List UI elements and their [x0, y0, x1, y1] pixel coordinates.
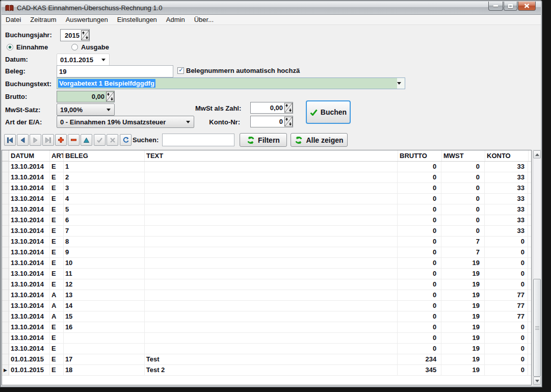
row-indicator: [2, 226, 9, 237]
buchen-button[interactable]: Buchen: [306, 100, 351, 124]
datum-dropdown[interactable]: 01.01.2015: [57, 54, 110, 66]
scroll-up-button[interactable]: [533, 150, 541, 159]
mwst-zahl-spin-buttons[interactable]: [284, 102, 293, 113]
chevron-down-icon: [186, 121, 190, 123]
einnahme-radio[interactable]: Einnahme: [7, 43, 48, 51]
art-ea-label: Art der E/A:: [5, 118, 42, 126]
cell-konto: 0: [485, 322, 528, 333]
table-row[interactable]: 13.10.2014E70033: [2, 226, 531, 237]
cell-art: E: [50, 237, 64, 247]
table-row[interactable]: 13.10.2014A1401977: [2, 301, 531, 311]
cell-konto: 0: [485, 333, 528, 344]
column-header-art[interactable]: ART: [50, 150, 64, 161]
table-row[interactable]: 13.10.2014E110190: [2, 269, 531, 279]
table-row[interactable]: 13.10.2014E10033: [2, 162, 531, 172]
ausgabe-radio[interactable]: Ausgabe: [71, 43, 109, 51]
buchungstext-dropdown[interactable]: Vorgabetext 1 Beispielfdggdfg: [57, 77, 405, 89]
scrollbar-thumb[interactable]: [533, 279, 541, 377]
cell-text: [145, 279, 398, 290]
nav-last-button[interactable]: [42, 134, 54, 146]
menu-item-admin[interactable]: Admin: [162, 15, 190, 24]
cell-mwst: 19: [441, 269, 485, 279]
cell-konto: 33: [485, 215, 528, 226]
cell-beleg: 3: [64, 183, 145, 194]
column-header-text[interactable]: TEXT: [145, 150, 398, 161]
alle-zeigen-button[interactable]: Alle zeigen: [291, 133, 348, 147]
menu-item-zeitraum[interactable]: Zeitraum: [25, 15, 61, 24]
vertical-scrollbar[interactable]: [533, 150, 541, 385]
brutto-spinner[interactable]: 0,00: [57, 91, 115, 102]
column-header-brutto[interactable]: BRUTTO: [398, 150, 442, 161]
row-indicator: [2, 215, 9, 226]
menu-item-datei[interactable]: Datei: [2, 15, 25, 24]
konto-nr-spinner[interactable]: 0: [250, 116, 293, 127]
konto-nr-spin-buttons[interactable]: [284, 116, 293, 127]
minimize-button[interactable]: [488, 2, 503, 11]
row-indicator: [2, 194, 9, 204]
title-bar[interactable]: CAD-KAS Einnahmen-Überschuss-Rechnung 1.…: [2, 2, 541, 15]
cell-text: [145, 322, 398, 333]
buchungsjahr-spinner[interactable]: 2015: [60, 29, 90, 41]
table-row[interactable]: 13.10.2014E100190: [2, 258, 531, 269]
nav-insert-button[interactable]: [55, 134, 67, 146]
close-button[interactable]: [518, 2, 536, 11]
prior-record-icon: [19, 137, 26, 143]
cell-art: E: [50, 279, 64, 290]
menu-item-ueber[interactable]: Über...: [190, 15, 218, 24]
nav-delete-button[interactable]: [68, 134, 80, 146]
table-row[interactable]: 13.10.2014E60033: [2, 215, 531, 226]
table-row[interactable]: 13.10.2014E40033: [2, 194, 531, 204]
table-row[interactable]: ▶01.01.2015E18Test 2345190: [2, 365, 531, 376]
table-row[interactable]: 13.10.2014A1501977: [2, 311, 531, 322]
cell-filler: [528, 247, 531, 258]
beleg-auto-checkbox[interactable]: Belegnummern automatisch hochzä: [177, 67, 305, 74]
cell-filler: [528, 258, 531, 269]
maximize-icon: [508, 4, 513, 8]
nav-post-button[interactable]: [94, 134, 106, 146]
table-row[interactable]: 13.10.2014E30033: [2, 183, 531, 194]
nav-edit-button[interactable]: [81, 134, 92, 146]
nav-first-button[interactable]: [4, 134, 16, 146]
row-indicator: [2, 237, 9, 247]
next-record-icon: [32, 137, 39, 143]
table-row[interactable]: 01.01.2015E17Test234190: [2, 354, 531, 365]
ausgabe-radio-circle: [71, 44, 78, 50]
table-row[interactable]: 13.10.2014E9070: [2, 247, 531, 258]
nav-refresh-button[interactable]: [120, 134, 132, 146]
records-table[interactable]: DATUM ART BELEG TEXT BRUTTO MWST KONTO 1…: [2, 150, 532, 385]
cell-text: [145, 258, 398, 269]
filtern-button[interactable]: Filtern: [240, 133, 287, 147]
table-row[interactable]: 13.10.2014E160190: [2, 322, 531, 333]
maximize-button[interactable]: [504, 2, 517, 11]
mwst-zahl-spinner[interactable]: 0,00: [250, 102, 293, 114]
art-ea-dropdown[interactable]: 0 - Einnahmen 19% Umsatzsteuer: [57, 116, 194, 128]
search-input[interactable]: [163, 134, 234, 146]
cell-filler: [528, 269, 531, 279]
menu-item-auswertungen[interactable]: Auswertungen: [61, 15, 113, 24]
einnahme-radio-circle: [7, 44, 13, 50]
table-row[interactable]: 13.10.2014E120190: [2, 279, 531, 290]
nav-prior-button[interactable]: [17, 134, 29, 146]
nav-next-button[interactable]: [30, 134, 41, 146]
cell-filler: [528, 301, 531, 311]
row-indicator: [2, 204, 9, 215]
column-header-datum[interactable]: DATUM: [9, 150, 50, 161]
cell-datum: 13.10.2014: [9, 322, 50, 333]
buchungsjahr-spin-buttons[interactable]: [81, 30, 89, 41]
scroll-down-button[interactable]: [533, 377, 541, 385]
table-row[interactable]: 13.10.2014E0190: [2, 344, 531, 354]
table-row[interactable]: 13.10.2014E20033: [2, 172, 531, 183]
column-header-konto[interactable]: KONTO: [485, 150, 529, 161]
cell-datum: 13.10.2014: [9, 311, 50, 322]
nav-cancel-button[interactable]: [107, 134, 118, 146]
beleg-input[interactable]: [57, 66, 173, 77]
table-row[interactable]: 13.10.2014E50033: [2, 204, 531, 215]
table-row[interactable]: 13.10.2014E8070: [2, 237, 531, 247]
column-header-mwst[interactable]: MWST: [442, 150, 485, 161]
menu-item-einstellungen[interactable]: Einstellungen: [113, 15, 162, 24]
brutto-spin-buttons[interactable]: [106, 91, 114, 102]
table-row[interactable]: 13.10.2014E0190: [2, 333, 531, 344]
column-header-beleg[interactable]: BELEG: [64, 150, 145, 161]
table-row[interactable]: 13.10.2014A1301977: [2, 290, 531, 301]
mwst-satz-dropdown[interactable]: 19,00%: [57, 103, 115, 116]
